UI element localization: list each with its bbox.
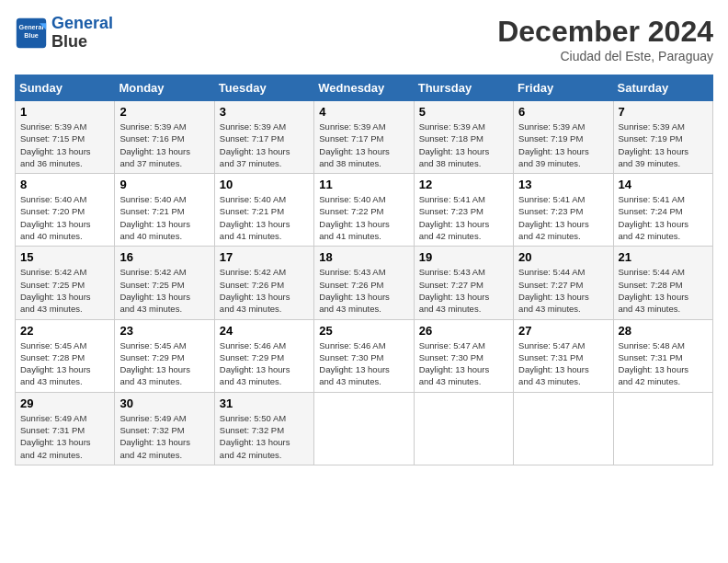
cell-info: Sunrise: 5:40 AMSunset: 7:21 PMDaylight:… xyxy=(119,193,209,242)
calendar-cell: 3Sunrise: 5:39 AMSunset: 7:17 PMDaylight… xyxy=(214,101,313,174)
calendar-cell xyxy=(613,392,712,465)
cell-info: Sunrise: 5:41 AMSunset: 7:24 PMDaylight:… xyxy=(619,193,708,242)
cell-info: Sunrise: 5:49 AMSunset: 7:32 PMDaylight:… xyxy=(119,412,209,461)
calendar-cell: 10Sunrise: 5:40 AMSunset: 7:21 PMDayligh… xyxy=(214,174,313,247)
calendar-cell: 2Sunrise: 5:39 AMSunset: 7:16 PMDaylight… xyxy=(115,101,214,174)
day-number: 7 xyxy=(619,105,708,119)
day-header-thursday: Thursday xyxy=(414,75,513,101)
cell-info: Sunrise: 5:45 AMSunset: 7:28 PMDaylight:… xyxy=(20,339,109,388)
day-number: 1 xyxy=(20,105,109,119)
calendar-cell: 15Sunrise: 5:42 AMSunset: 7:25 PMDayligh… xyxy=(16,247,115,319)
calendar-cell: 9Sunrise: 5:40 AMSunset: 7:21 PMDaylight… xyxy=(115,174,214,247)
cell-info: Sunrise: 5:40 AMSunset: 7:21 PMDaylight:… xyxy=(220,193,309,242)
calendar-cell: 30Sunrise: 5:49 AMSunset: 7:32 PMDayligh… xyxy=(115,392,214,465)
logo: General Blue GeneralBlue xyxy=(15,15,113,52)
day-header-friday: Friday xyxy=(514,75,613,101)
calendar-cell: 1Sunrise: 5:39 AMSunset: 7:15 PMDaylight… xyxy=(16,101,115,174)
day-number: 25 xyxy=(319,324,408,338)
cell-info: Sunrise: 5:48 AMSunset: 7:31 PMDaylight:… xyxy=(619,339,708,388)
day-number: 14 xyxy=(619,178,708,191)
day-number: 30 xyxy=(119,396,209,410)
day-number: 17 xyxy=(220,250,309,264)
svg-text:Blue: Blue xyxy=(24,31,39,40)
day-header-saturday: Saturday xyxy=(613,75,712,101)
day-header-wednesday: Wednesday xyxy=(314,75,414,101)
calendar-cell: 26Sunrise: 5:47 AMSunset: 7:30 PMDayligh… xyxy=(414,319,513,392)
calendar-cell: 11Sunrise: 5:40 AMSunset: 7:22 PMDayligh… xyxy=(314,174,414,247)
calendar-cell: 12Sunrise: 5:41 AMSunset: 7:23 PMDayligh… xyxy=(414,174,513,247)
day-number: 9 xyxy=(119,178,209,191)
cell-info: Sunrise: 5:40 AMSunset: 7:20 PMDaylight:… xyxy=(20,193,109,242)
day-number: 22 xyxy=(20,324,109,338)
day-number: 11 xyxy=(319,178,408,191)
calendar-cell: 7Sunrise: 5:39 AMSunset: 7:19 PMDaylight… xyxy=(613,101,712,174)
calendar-cell: 17Sunrise: 5:42 AMSunset: 7:26 PMDayligh… xyxy=(214,247,313,319)
calendar-cell: 28Sunrise: 5:48 AMSunset: 7:31 PMDayligh… xyxy=(613,319,712,392)
calendar-cell: 24Sunrise: 5:46 AMSunset: 7:29 PMDayligh… xyxy=(214,319,313,392)
day-number: 23 xyxy=(119,324,209,338)
calendar-cell: 14Sunrise: 5:41 AMSunset: 7:24 PMDayligh… xyxy=(613,174,712,247)
day-number: 6 xyxy=(518,105,608,119)
calendar-cell xyxy=(314,392,414,465)
calendar-cell: 20Sunrise: 5:44 AMSunset: 7:27 PMDayligh… xyxy=(514,247,613,319)
calendar-cell: 29Sunrise: 5:49 AMSunset: 7:31 PMDayligh… xyxy=(16,392,115,465)
calendar-cell: 8Sunrise: 5:40 AMSunset: 7:20 PMDaylight… xyxy=(16,174,115,247)
location-subtitle: Ciudad del Este, Paraguay xyxy=(497,49,713,63)
day-header-sunday: Sunday xyxy=(16,75,115,101)
day-number: 24 xyxy=(220,324,309,338)
cell-info: Sunrise: 5:41 AMSunset: 7:23 PMDaylight:… xyxy=(518,193,608,242)
day-number: 26 xyxy=(419,324,508,338)
cell-info: Sunrise: 5:39 AMSunset: 7:17 PMDaylight:… xyxy=(220,121,309,169)
calendar-cell: 21Sunrise: 5:44 AMSunset: 7:28 PMDayligh… xyxy=(613,247,712,319)
month-title: December 2024 xyxy=(497,15,713,49)
cell-info: Sunrise: 5:43 AMSunset: 7:27 PMDaylight:… xyxy=(419,266,508,315)
day-number: 29 xyxy=(20,396,109,410)
day-number: 15 xyxy=(20,250,109,264)
cell-info: Sunrise: 5:44 AMSunset: 7:28 PMDaylight:… xyxy=(619,266,708,315)
calendar-cell: 4Sunrise: 5:39 AMSunset: 7:17 PMDaylight… xyxy=(314,101,414,174)
calendar-cell: 27Sunrise: 5:47 AMSunset: 7:31 PMDayligh… xyxy=(514,319,613,392)
svg-text:General: General xyxy=(19,23,44,31)
cell-info: Sunrise: 5:47 AMSunset: 7:31 PMDaylight:… xyxy=(518,339,608,388)
cell-info: Sunrise: 5:42 AMSunset: 7:25 PMDaylight:… xyxy=(119,266,209,315)
cell-info: Sunrise: 5:39 AMSunset: 7:19 PMDaylight:… xyxy=(619,121,708,169)
calendar-cell: 5Sunrise: 5:39 AMSunset: 7:18 PMDaylight… xyxy=(414,101,513,174)
cell-info: Sunrise: 5:40 AMSunset: 7:22 PMDaylight:… xyxy=(319,193,408,242)
calendar-cell: 23Sunrise: 5:45 AMSunset: 7:29 PMDayligh… xyxy=(115,319,214,392)
day-header-monday: Monday xyxy=(115,75,214,101)
calendar-cell: 31Sunrise: 5:50 AMSunset: 7:32 PMDayligh… xyxy=(214,392,313,465)
cell-info: Sunrise: 5:47 AMSunset: 7:30 PMDaylight:… xyxy=(419,339,508,388)
calendar-cell: 6Sunrise: 5:39 AMSunset: 7:19 PMDaylight… xyxy=(514,101,613,174)
day-number: 13 xyxy=(518,178,608,191)
cell-info: Sunrise: 5:39 AMSunset: 7:19 PMDaylight:… xyxy=(518,121,608,169)
cell-info: Sunrise: 5:50 AMSunset: 7:32 PMDaylight:… xyxy=(220,412,309,461)
day-number: 21 xyxy=(619,250,708,264)
calendar-cell: 19Sunrise: 5:43 AMSunset: 7:27 PMDayligh… xyxy=(414,247,513,319)
day-number: 18 xyxy=(319,250,408,264)
calendar-cell: 25Sunrise: 5:46 AMSunset: 7:30 PMDayligh… xyxy=(314,319,414,392)
day-number: 28 xyxy=(619,324,708,338)
day-number: 16 xyxy=(119,250,209,264)
cell-info: Sunrise: 5:46 AMSunset: 7:29 PMDaylight:… xyxy=(220,339,309,388)
cell-info: Sunrise: 5:46 AMSunset: 7:30 PMDaylight:… xyxy=(319,339,408,388)
day-header-tuesday: Tuesday xyxy=(214,75,313,101)
day-number: 20 xyxy=(518,250,608,264)
cell-info: Sunrise: 5:49 AMSunset: 7:31 PMDaylight:… xyxy=(20,412,109,461)
calendar-cell: 18Sunrise: 5:43 AMSunset: 7:26 PMDayligh… xyxy=(314,247,414,319)
cell-info: Sunrise: 5:39 AMSunset: 7:15 PMDaylight:… xyxy=(20,121,109,169)
cell-info: Sunrise: 5:39 AMSunset: 7:17 PMDaylight:… xyxy=(319,121,408,169)
logo-text: GeneralBlue xyxy=(51,15,113,52)
cell-info: Sunrise: 5:42 AMSunset: 7:26 PMDaylight:… xyxy=(220,266,309,315)
day-number: 8 xyxy=(20,178,109,191)
cell-info: Sunrise: 5:45 AMSunset: 7:29 PMDaylight:… xyxy=(119,339,209,388)
title-area: December 2024 Ciudad del Este, Paraguay xyxy=(497,15,713,63)
calendar-cell: 22Sunrise: 5:45 AMSunset: 7:28 PMDayligh… xyxy=(16,319,115,392)
day-number: 12 xyxy=(419,178,508,191)
cell-info: Sunrise: 5:39 AMSunset: 7:16 PMDaylight:… xyxy=(119,121,209,169)
calendar-cell: 16Sunrise: 5:42 AMSunset: 7:25 PMDayligh… xyxy=(115,247,214,319)
calendar-cell xyxy=(414,392,513,465)
cell-info: Sunrise: 5:39 AMSunset: 7:18 PMDaylight:… xyxy=(419,121,508,169)
day-number: 3 xyxy=(220,105,309,119)
day-number: 2 xyxy=(119,105,209,119)
day-number: 5 xyxy=(419,105,508,119)
